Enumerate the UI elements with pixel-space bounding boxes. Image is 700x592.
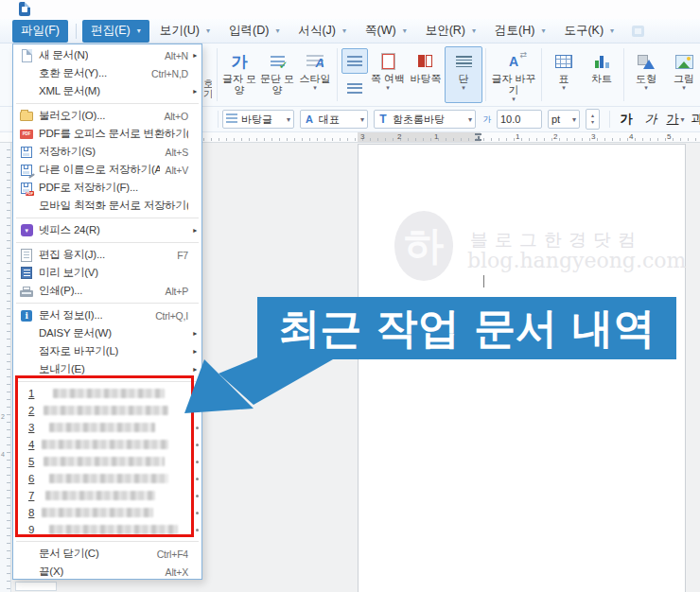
menu-item-close-document[interactable]: 문서 닫기(C) Ctrl+F4 [13,545,201,563]
justify-lines-bottom-button[interactable] [341,76,368,101]
bold-button[interactable]: 가 [617,110,636,129]
pin-icon[interactable] [196,512,199,514]
toolbar-divider [337,48,338,101]
menubar-item-page[interactable]: 쪽(W)▾ [357,20,415,43]
save-icon [19,145,34,160]
paragraph-shape-icon [271,56,285,67]
menu-item-label: 다른 이름으로 저장하기(A)... [39,163,160,177]
paragraph-shape-label: 문단 모양 [259,73,295,96]
font-size-input[interactable]: 10.0 [497,110,542,129]
menu-item-label: 넷피스 24(R) [39,223,100,237]
columns-button[interactable]: 단 ▾ [445,46,482,103]
chevron-down-icon: ▾ [680,115,684,124]
size-stepper[interactable]: ▴▾ [586,109,600,130]
menu-item-print[interactable]: 인쇄(P)... Alt+P [13,282,201,300]
ruler-number: 2 [397,132,401,141]
new-document-icon [19,48,34,63]
menu-item-label: 문서 닫기(C) [39,547,99,561]
ruler-ticks [203,138,700,141]
menu-item-print-preview[interactable]: 미리 보기(V) [13,264,201,282]
pin-icon[interactable] [196,495,199,497]
menu-item-save-as-pdf[interactable]: PDF PDF로 저장하기(F)... [13,179,201,197]
pin-icon[interactable] [196,461,199,463]
page-setup-icon [19,248,34,263]
menu-item-save[interactable]: 저장하기(S) Alt+S [13,143,201,161]
size-unit-combo[interactable]: pt ▾ [548,110,580,129]
menubar-item-edit[interactable]: 편집(E)▾ [82,20,149,43]
page-margin-button[interactable]: 쪽 여백 ▾ [369,46,407,103]
menu-item-label: DAISY 문서(W) [39,326,112,340]
style-button[interactable]: 스타일 ▾ [296,46,334,103]
table-button[interactable]: 표 ▾ [545,46,583,103]
menu-item-label: 문서 정보(I)... [39,308,102,322]
master-page-button[interactable]: 바탕쪽 [407,46,445,103]
menu-item-document-info[interactable]: i 문서 정보(I)... Ctrl+Q,I [13,306,201,324]
pin-icon[interactable] [196,529,199,531]
menubar-item-security[interactable]: 보안(R)▾ [417,20,484,43]
paragraph-shape-button[interactable]: 문단 모양 [258,46,296,103]
paragraph-style-icon [226,113,237,125]
menu-item-compatible-document[interactable]: 호환 문서(Y)... Ctrl+N,D [13,64,201,82]
menu-item-pdf-to-office[interactable]: PDF PDF를 오피스 문서로 변환하기(D)... [13,125,201,143]
shapes-button[interactable]: 도형 ▾ [627,46,665,103]
char-replace-button[interactable]: 글자 바꾸기 ▾ [489,46,538,103]
menubar-page-label: 쪽(W) [365,23,396,39]
menu-item-exit[interactable]: 끝(X) Alt+X [13,563,201,581]
chevron-down-icon: ▾ [287,115,290,124]
menubar-item-review[interactable]: 검토(H)▾ [486,20,553,43]
pin-icon[interactable] [196,427,199,429]
underline-button[interactable]: 가▾ [666,110,685,129]
picture-button[interactable]: 그림 ▾ [665,46,700,103]
document-page[interactable]: 하 블로그한경닷컴 blog.hangyeong.com [358,144,686,592]
menu-item-convert-to-braille[interactable]: 점자로 바꾸기(L) ▸ [13,342,201,360]
menubar-tools-label: 도구(K) [564,23,604,39]
menubar-item-tools[interactable]: 도구(K)▾ [555,20,622,43]
menubar-item-view[interactable]: 보기(U)▾ [151,20,219,43]
columns-icon [456,56,472,68]
toolbar-divider [485,48,486,101]
font-color-button[interactable]: 과▾ [691,110,700,129]
blank-icon [19,199,34,214]
menu-item-label: 호환 문서(Y)... [39,66,107,80]
char-shape-button[interactable]: 글자 모양 [220,46,258,103]
customize-icon[interactable] [632,26,644,37]
menu-item-daisy-document[interactable]: DAISY 문서(W) ▸ [13,324,201,342]
vruler-number: 2 [1,413,5,420]
print-preview-icon [19,266,34,281]
master-page-icon [418,54,433,69]
menubar-item-input[interactable]: 입력(D)▾ [220,20,288,43]
representative-combo[interactable]: 대표 ▾ [300,110,368,129]
italic-button[interactable]: 가 [641,110,660,129]
menu-item-save-mobile-optimized[interactable]: 모바일 최적화 문서로 저장하기(B)... [13,197,201,215]
menu-separator [16,218,199,218]
font-combo[interactable]: 함초롬바탕 ▾ [374,110,476,129]
chart-icon [595,56,609,68]
menu-item-shortcut: F7 [171,250,188,261]
blank-icon [19,547,34,562]
chevron-down-icon: ▾ [275,26,279,35]
menubar-item-format[interactable]: 서식(J)▾ [289,20,355,43]
menu-item-xml-document[interactable]: XML 문서(M) ▸ [13,82,201,100]
blank-icon [19,84,34,99]
font-color-label: 과 [691,111,700,128]
ruler-indent-marker[interactable] [475,133,481,141]
pin-icon[interactable] [196,444,199,446]
paragraph-style-combo[interactable]: 바탕글 ▾ [222,110,294,129]
ruler-number: 3 [591,132,595,141]
vertical-ruler[interactable]: 2 4 [0,143,11,592]
chart-button[interactable]: 차트 [583,46,621,103]
menubar-item-file[interactable]: 파일(F) [12,20,68,43]
menu-item-new-document[interactable]: 새 문서(N) Alt+N ▸ [13,46,201,64]
menu-item-open[interactable]: 불러오기(O)... Alt+O [13,107,201,125]
menu-item-label: 불러오기(O)... [39,109,105,123]
menu-item-page-setup[interactable]: 편집 용지(J)... F7 [13,246,201,264]
blank-icon [19,326,34,341]
menu-item-label: 새 문서(N) [39,48,88,62]
italic-label: 가 [645,111,657,128]
menu-item-netffice24[interactable]: ▼ 넷피스 24(R) ▸ [13,221,201,239]
menu-item-save-as[interactable]: 다른 이름으로 저장하기(A)... Alt+V [13,161,201,179]
save-pdf-icon: PDF [19,181,34,196]
pin-icon[interactable] [196,478,199,480]
justify-lines-top-button[interactable] [341,48,368,74]
chevron-down-icon: ▾ [313,84,317,91]
